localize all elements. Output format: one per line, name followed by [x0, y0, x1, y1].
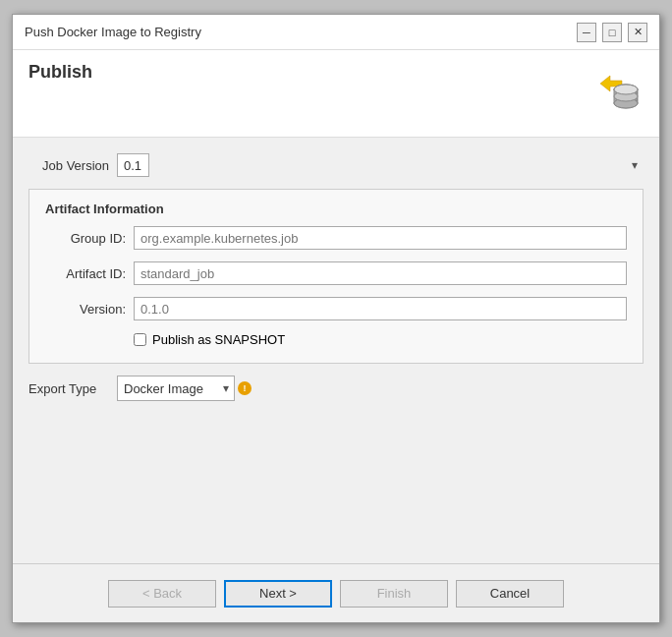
export-type-badge: ! — [238, 381, 252, 395]
publish-snapshot-label: Publish as SNAPSHOT — [152, 332, 285, 347]
dialog-footer: < Back Next > Finish Cancel — [13, 563, 659, 622]
maximize-button[interactable]: □ — [602, 23, 622, 42]
cancel-button[interactable]: Cancel — [456, 580, 564, 608]
back-button[interactable]: < Back — [108, 580, 216, 608]
dialog-body: Job Version 0.1 0.2 1.0 Artifact Informa… — [13, 138, 659, 563]
export-type-label: Export Type — [28, 381, 117, 396]
publish-snapshot-checkbox[interactable] — [134, 333, 146, 346]
job-version-select[interactable]: 0.1 0.2 1.0 — [117, 153, 149, 177]
svg-point-8 — [614, 85, 638, 94]
finish-button[interactable]: Finish — [340, 580, 448, 608]
title-bar-text: Push Docker Image to Registry — [25, 25, 201, 39]
title-bar-controls: ─ □ ✕ — [577, 23, 647, 42]
group-id-input[interactable] — [134, 226, 627, 250]
snapshot-row: Publish as SNAPSHOT — [134, 332, 627, 347]
version-label: Version: — [45, 302, 134, 317]
export-type-select[interactable]: Docker Image JAR ZIP — [117, 376, 235, 401]
job-version-select-wrapper: 0.1 0.2 1.0 — [117, 153, 644, 177]
minimize-button[interactable]: ─ — [577, 23, 596, 42]
artifact-id-input[interactable] — [134, 261, 627, 285]
job-version-row: Job Version 0.1 0.2 1.0 — [28, 153, 644, 177]
header-icon — [585, 62, 644, 121]
artifact-information-group: Artifact Information Group ID: Artifact … — [28, 189, 644, 364]
group-id-label: Group ID: — [45, 231, 134, 246]
dialog-header: Publish — [13, 50, 659, 138]
export-type-select-wrapper: Docker Image JAR ZIP — [117, 376, 235, 401]
title-bar: Push Docker Image to Registry ─ □ ✕ — [13, 15, 659, 50]
export-type-row: Export Type Docker Image JAR ZIP ! — [28, 376, 644, 401]
artifact-id-label: Artifact ID: — [45, 266, 134, 281]
group-id-row: Group ID: — [45, 226, 627, 250]
version-row: Version: — [45, 297, 627, 320]
artifact-info-title: Artifact Information — [45, 202, 627, 216]
artifact-id-row: Artifact ID: — [45, 261, 627, 285]
next-button[interactable]: Next > — [224, 580, 332, 608]
job-version-label: Job Version — [28, 158, 117, 173]
dialog-title: Publish — [28, 62, 92, 83]
version-input[interactable] — [134, 297, 627, 320]
dialog: Push Docker Image to Registry ─ □ ✕ Publ… — [12, 14, 660, 623]
close-button[interactable]: ✕ — [628, 23, 647, 42]
